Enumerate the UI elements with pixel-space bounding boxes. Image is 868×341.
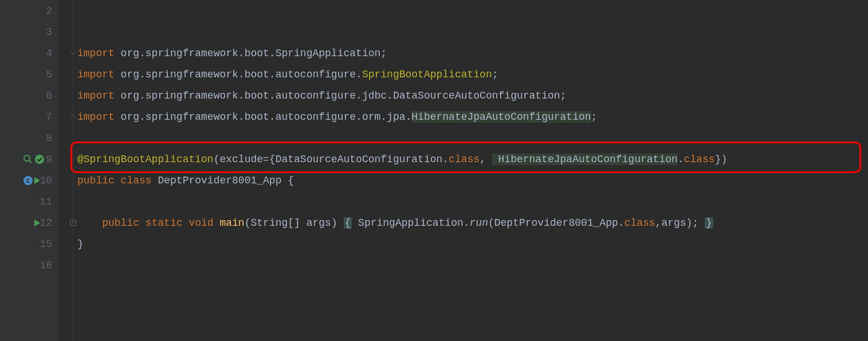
code-text: }) (715, 154, 728, 165)
method-name: main (219, 217, 244, 229)
line-number: 5 (46, 69, 52, 80)
class-ref-highlight: HibernateJpaAutoConfiguration (492, 154, 678, 165)
code-text: , (480, 154, 492, 165)
gutter-row[interactable]: 3 (0, 21, 59, 42)
line-number: 7 (46, 111, 52, 123)
fold-expand-icon[interactable]: + (69, 219, 77, 226)
line-number: 3 (46, 26, 52, 38)
line-number: 4 (46, 48, 52, 59)
brace: } (77, 238, 84, 250)
code-line[interactable]: import org.springframework.boot.autoconf… (59, 106, 868, 127)
gutter-row[interactable]: 8 (0, 127, 59, 148)
line-number: 2 (46, 5, 52, 17)
gutter-row[interactable]: 12 (0, 212, 59, 233)
line-number: 8 (46, 132, 52, 144)
class-name: DeptProvider8001_App (158, 175, 288, 186)
class-ref-highlight: HibernateJpaAutoConfiguration (411, 111, 591, 123)
code-line[interactable]: import org.springframework.boot.SpringAp… (59, 42, 868, 64)
line-number: 15 (40, 238, 52, 250)
svg-text:C: C (26, 178, 30, 185)
gutter-row[interactable]: 5 (0, 64, 59, 85)
gutter-row[interactable]: 11 (0, 191, 59, 212)
code-line[interactable] (59, 21, 868, 42)
code-line[interactable] (59, 254, 868, 276)
code-text: ,args); (655, 217, 705, 229)
svg-line-1 (29, 160, 32, 163)
brace: { (344, 217, 352, 229)
line-number: 12 (40, 217, 52, 229)
code-text: org.springframework.boot.autoconfigure. (115, 69, 362, 80)
code-text: ; (492, 69, 498, 80)
code-text: org.springframework.boot.autoconfigure.o… (115, 111, 411, 123)
keyword: import (77, 111, 115, 123)
svg-point-0 (24, 155, 30, 161)
code-editor: 2 3 4 5 6 7 8 (0, 0, 868, 341)
keyword: import (77, 69, 115, 80)
code-text: SpringApplication. (352, 217, 469, 229)
code-line[interactable]: + public static void main(String[] args)… (59, 212, 868, 233)
code-line[interactable]: import org.springframework.boot.autoconf… (59, 64, 868, 85)
brace: { (288, 175, 294, 186)
code-text: (exclude={DataSourceAutoConfiguration. (214, 154, 449, 165)
code-text: . (678, 154, 684, 165)
run-icon[interactable] (34, 177, 40, 184)
code-text: ; (591, 111, 598, 123)
code-text: org.springframework.boot.SpringApplicati… (115, 48, 387, 59)
gutter-row[interactable]: 15 (0, 233, 59, 254)
keyword: class (625, 217, 655, 229)
code-line[interactable]: import org.springframework.boot.autoconf… (59, 85, 868, 106)
class-ref: SpringBootApplication (362, 69, 492, 80)
gutter-row[interactable]: C 10 (0, 170, 59, 191)
code-line[interactable] (59, 191, 868, 212)
keyword: public static void (102, 217, 219, 229)
fold-collapse-icon[interactable] (69, 49, 77, 57)
keyword: class (684, 154, 715, 165)
keyword: import (77, 90, 115, 101)
code-line[interactable]: } (59, 233, 868, 254)
code-text: org.springframework.boot.autoconfigure.j… (115, 90, 567, 101)
code-text: (String[] args) (245, 217, 344, 229)
line-number: 9 (46, 154, 52, 165)
search-usage-icon[interactable] (23, 154, 33, 164)
static-method: run (470, 217, 488, 229)
keyword: class (449, 154, 480, 165)
code-text: (DeptProvider8001_App. (488, 217, 625, 229)
indent (77, 217, 102, 229)
code-area[interactable]: import org.springframework.boot.SpringAp… (59, 0, 868, 341)
gutter: 2 3 4 5 6 7 8 (0, 0, 59, 341)
gutter-row[interactable]: 9 (0, 148, 59, 170)
line-number: 11 (40, 196, 52, 207)
gutter-row[interactable]: 2 (0, 0, 59, 21)
gutter-row[interactable]: 4 (0, 42, 59, 64)
line-number: 10 (40, 175, 52, 186)
run-icon[interactable] (34, 220, 40, 226)
code-line[interactable]: @SpringBootApplication(exclude={DataSour… (59, 148, 868, 170)
code-line[interactable] (59, 127, 868, 148)
svg-point-2 (35, 155, 44, 164)
code-line[interactable]: public class DeptProvider8001_App { (59, 170, 868, 191)
keyword: public class (77, 175, 158, 186)
check-circle-icon[interactable] (34, 154, 45, 164)
brace: } (705, 217, 713, 229)
class-bean-icon[interactable]: C (23, 175, 33, 186)
gutter-icons (23, 154, 45, 164)
gutter-row[interactable]: 16 (0, 254, 59, 276)
line-number: 16 (40, 260, 52, 271)
code-line[interactable] (59, 0, 868, 21)
gutter-icons (34, 220, 40, 226)
gutter-icons: C (23, 175, 40, 186)
fold-collapse-icon[interactable] (69, 113, 77, 120)
keyword: import (77, 48, 115, 59)
line-number: 6 (46, 90, 52, 101)
annotation: @SpringBootApplication (77, 154, 214, 165)
gutter-row[interactable]: 6 (0, 85, 59, 106)
gutter-row[interactable]: 7 (0, 106, 59, 127)
